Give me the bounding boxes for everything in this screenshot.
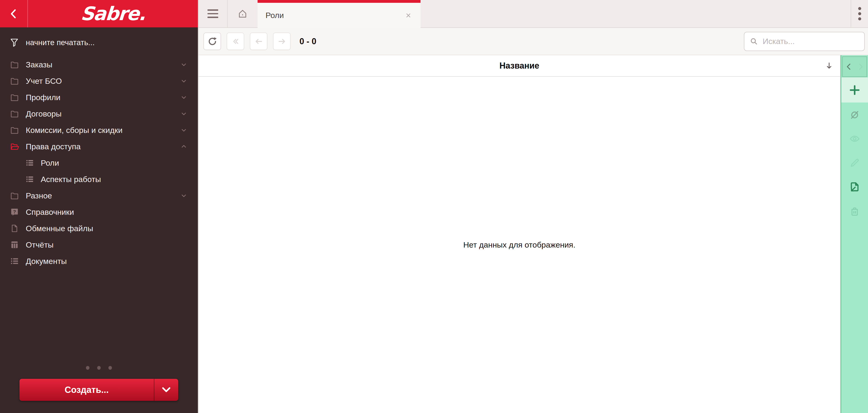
sidebar-item-access-rights[interactable]: Права доступа xyxy=(0,138,198,155)
sidebar-item-misc[interactable]: Разное xyxy=(0,187,198,204)
tab-bar: Роли xyxy=(198,0,868,28)
chevron-down-icon xyxy=(180,93,188,102)
search-icon xyxy=(749,37,758,46)
import-file-icon xyxy=(848,181,861,193)
chevron-down-icon xyxy=(180,192,188,200)
sidebar-filter-input[interactable] xyxy=(25,38,188,47)
sidebar-item-exchange-files[interactable]: Обменные файлы xyxy=(0,220,198,237)
create-button[interactable]: Создать... xyxy=(20,379,154,401)
sidebar-header: Sabre. xyxy=(0,0,198,27)
sidebar-menu: Заказы Учет БСО Профили Договоры Ком xyxy=(0,57,198,269)
report-grid-icon xyxy=(10,240,19,249)
file-icon xyxy=(10,224,19,233)
collapse-panel-button[interactable] xyxy=(843,57,855,76)
action-panel xyxy=(841,55,868,413)
hamburger-icon xyxy=(208,9,218,18)
sidebar-item-reports[interactable]: Отчёты xyxy=(0,237,198,253)
sidebar-item-roles[interactable]: Роли xyxy=(0,155,198,171)
plus-icon xyxy=(848,83,861,97)
folder-icon xyxy=(10,109,19,118)
content-area: Название Нет данных для отображения. xyxy=(198,55,868,413)
chevron-down-icon xyxy=(180,60,188,69)
create-dropdown-button[interactable] xyxy=(154,379,178,401)
trash-icon xyxy=(849,205,861,217)
page-indicator-dots xyxy=(0,366,198,370)
column-name-header[interactable]: Название xyxy=(198,61,840,71)
pencil-icon xyxy=(849,157,861,169)
folder-open-icon xyxy=(10,142,19,151)
svg-text:?: ? xyxy=(13,209,16,214)
add-button[interactable] xyxy=(841,77,868,102)
app-window: Sabre. Заказы Учет БСО Профили xyxy=(0,0,868,413)
home-button[interactable] xyxy=(227,0,257,27)
sidebar-item-references[interactable]: ? Справочники xyxy=(0,204,198,220)
tab-title: Роли xyxy=(266,11,404,20)
close-icon[interactable] xyxy=(404,11,412,20)
arrow-right-icon xyxy=(277,36,287,46)
chevron-left-icon xyxy=(8,8,20,20)
sidebar-item-bso-accounting[interactable]: Учет БСО xyxy=(0,73,198,89)
folder-icon xyxy=(10,60,19,69)
delete-button[interactable] xyxy=(841,199,868,223)
folder-icon xyxy=(10,76,19,85)
double-chevron-left-icon xyxy=(230,36,241,46)
collapse-sidebar-button[interactable] xyxy=(0,0,28,27)
sidebar: Sabre. Заказы Учет БСО Профили xyxy=(0,0,198,413)
expand-panel-button[interactable] xyxy=(855,57,867,76)
list-icon xyxy=(25,175,34,184)
reference-book-icon: ? xyxy=(10,207,19,217)
chevron-up-icon xyxy=(180,142,188,151)
sidebar-filter xyxy=(9,38,188,47)
filter-funnel-icon xyxy=(9,38,19,47)
chevron-right-icon xyxy=(856,62,865,71)
main-area: Роли xyxy=(198,0,868,413)
tab-roles[interactable]: Роли xyxy=(257,0,421,28)
refresh-icon xyxy=(207,36,218,46)
sidebar-item-orders[interactable]: Заказы xyxy=(0,57,198,73)
chevron-left-icon xyxy=(844,62,853,71)
overflow-menu-button[interactable] xyxy=(851,0,868,27)
import-button[interactable] xyxy=(841,175,868,199)
chevron-down-icon xyxy=(160,384,172,396)
chevron-down-icon xyxy=(180,77,188,85)
search-input[interactable] xyxy=(762,36,859,46)
folder-icon xyxy=(10,126,19,135)
sort-descending-icon[interactable] xyxy=(825,61,834,70)
prev-page-button[interactable] xyxy=(250,33,268,50)
eye-off-icon xyxy=(849,109,861,121)
eye-icon xyxy=(848,133,861,145)
refresh-button[interactable] xyxy=(204,33,221,50)
sidebar-item-commissions[interactable]: Комиссии, сборы и скидки xyxy=(0,122,198,138)
next-page-button[interactable] xyxy=(273,33,290,50)
chevron-down-icon xyxy=(180,126,188,134)
sidebar-item-contracts[interactable]: Договоры xyxy=(0,106,198,122)
sidebar-item-profiles[interactable]: Профили xyxy=(0,89,198,106)
arrow-left-icon xyxy=(254,36,264,46)
tab-bar-spacer xyxy=(421,0,851,27)
first-page-button[interactable] xyxy=(227,33,244,50)
table-header-row: Название xyxy=(198,55,840,77)
list-icon xyxy=(10,256,19,266)
folder-icon xyxy=(10,191,19,200)
sidebar-item-work-aspects[interactable]: Аспекты работы xyxy=(0,171,198,187)
create-button-group: Создать... xyxy=(20,379,178,401)
toolbar: 0 - 0 xyxy=(198,28,868,55)
list-icon xyxy=(25,159,34,167)
home-icon xyxy=(237,8,248,19)
view-button[interactable] xyxy=(841,127,868,151)
roles-table: Название Нет данных для отображения. xyxy=(198,55,841,413)
kebab-menu-icon xyxy=(858,7,861,10)
panel-nav xyxy=(842,57,867,77)
pagination-range: 0 - 0 xyxy=(300,36,316,46)
table-body: Нет данных для отображения. xyxy=(198,77,840,413)
empty-state-message: Нет данных для отображения. xyxy=(463,240,576,249)
sidebar-item-documents[interactable]: Документы xyxy=(0,253,198,269)
deactivate-button[interactable] xyxy=(841,102,868,127)
search-box xyxy=(744,32,865,51)
menu-toggle-button[interactable] xyxy=(198,0,227,27)
folder-icon xyxy=(10,93,19,102)
chevron-down-icon xyxy=(180,109,188,118)
edit-button[interactable] xyxy=(841,151,868,175)
sabre-logo: Sabre. xyxy=(28,0,198,27)
